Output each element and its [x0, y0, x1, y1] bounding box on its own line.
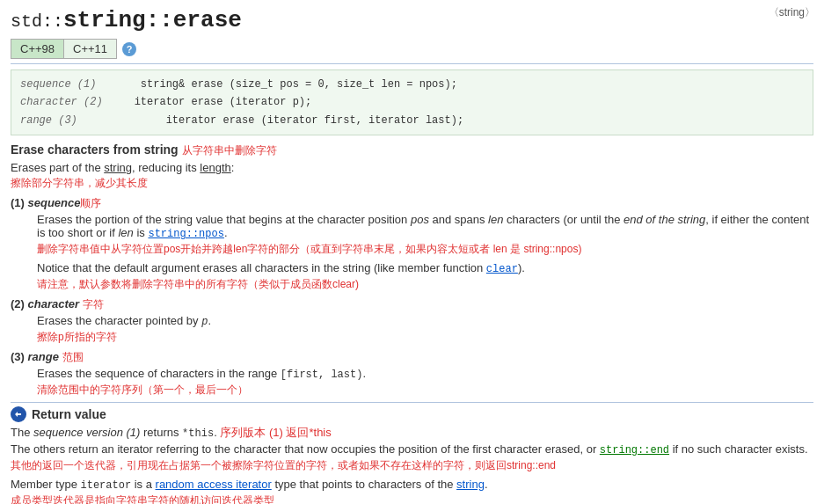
seq-content: Erases the portion of the string value t…: [11, 213, 813, 292]
len-term: len: [488, 213, 503, 226]
iterator-type: iterator: [80, 479, 131, 492]
overload-3-name: range (3): [20, 114, 77, 127]
length-link[interactable]: length: [200, 161, 230, 174]
range-title-en: range: [28, 350, 59, 363]
range-code: [first, last): [281, 369, 363, 381]
char-content: Erases the character pointed by p. 擦除p所指…: [11, 314, 813, 345]
range-desc1: Erases the sequence of characters in the…: [37, 367, 813, 381]
overload-1-sig: string& erase (size_t pos = 0, size_t le…: [141, 78, 457, 91]
random-access-link[interactable]: random access iterator: [156, 478, 272, 491]
code-block: sequence (1) string& erase (size_t pos =…: [11, 69, 813, 135]
return-section: Return value The sequence version (1) re…: [11, 402, 813, 504]
return-desc3-cn: 成员类型迭代器是指向字符串字符的随机访问迭代器类型: [11, 493, 813, 504]
string-end-link[interactable]: string::end: [600, 444, 669, 457]
return-title-text: Return value: [32, 407, 106, 421]
seq-desc1: Erases the portion of the string value t…: [37, 213, 813, 240]
range-title-cn: 范围: [62, 351, 84, 363]
string-link[interactable]: string: [104, 161, 132, 174]
return-desc2-cn: 其他的返回一个迭代器，引用现在占据第一个被擦除字符位置的字符，或者如果不存在这样…: [11, 458, 813, 473]
return-desc1: The sequence version (1) returns *this. …: [11, 425, 813, 441]
seq-desc2-cn: 请注意，默认参数将删除字符串中的所有字符（类似于成员函数clear): [37, 277, 813, 292]
seq-ref: sequence version (1): [33, 426, 140, 439]
range-desc1-cn: 清除范围中的字符序列（第一个，最后一个）: [37, 383, 813, 398]
namespace-badge: 〈string〉: [769, 5, 815, 20]
tab-cpp11[interactable]: C++11: [64, 39, 117, 59]
version-tabs: C++98 C++11 ?: [11, 39, 813, 59]
page-title: std::string::erase: [11, 7, 813, 33]
erase-section-title: Erase characters from string 从字符串中删除字符: [11, 142, 813, 158]
char-desc1-cn: 擦除p所指的字符: [37, 330, 813, 345]
seq-title: (1) sequence顺序: [11, 196, 813, 211]
return-svg-icon: [13, 409, 24, 420]
overload-2-sig: iterator erase (iterator p);: [135, 96, 312, 108]
namespace-prefix: std::: [11, 11, 63, 32]
range-title: (3) range 范围: [11, 350, 813, 365]
return-icon: [11, 406, 26, 422]
pos-term: pos: [411, 213, 429, 226]
string-type-link[interactable]: string: [456, 478, 485, 491]
overload-3-sig: iterator erase (iterator first, iterator…: [166, 114, 463, 127]
erase-desc-cn: 擦除部分字符串，减少其长度: [11, 176, 813, 191]
return-desc2: The others return an iterator referring …: [11, 442, 813, 457]
return-desc3: Member type iterator is a random access …: [11, 478, 813, 492]
eof-term: end of the string: [623, 213, 705, 226]
len-term2: len: [118, 226, 133, 239]
return-desc1-cn: 序列版本 (1) 返回*this: [220, 426, 331, 439]
overload-1-name: sequence (1): [20, 78, 96, 91]
p-term: p: [201, 316, 208, 328]
help-icon[interactable]: ?: [122, 42, 136, 56]
char-title-cn: 字符: [83, 298, 104, 310]
method-name: erase: [173, 7, 242, 33]
overload-2: character (2) iterator erase (iterator p…: [20, 93, 804, 111]
clear-link[interactable]: clear: [486, 263, 518, 275]
erase-title-en: Erase characters from string: [11, 142, 179, 157]
npos-link[interactable]: string::npos: [148, 228, 223, 240]
seq-desc2: Notice that the default argument erases …: [37, 261, 813, 275]
overload-3: range (3) iterator erase (iterator first…: [20, 112, 804, 129]
class-prefix: string::: [63, 7, 173, 33]
erase-title-cn: 从字符串中删除字符: [182, 144, 277, 157]
seq-title-cn: 顺序: [80, 197, 101, 209]
erase-desc: Erases part of the string, reducing its …: [11, 161, 813, 174]
tab-cpp98[interactable]: C++98: [11, 39, 64, 59]
seq-desc1-cn: 删除字符串值中从字符位置pos开始并跨越len字符的部分（或直到字符串末尾，如果…: [37, 242, 813, 257]
char-desc1: Erases the character pointed by p.: [37, 314, 813, 328]
char-title: (2) character 字符: [11, 297, 813, 312]
range-content: Erases the sequence of characters in the…: [11, 367, 813, 398]
divider-top: [11, 63, 813, 64]
return-title: Return value: [11, 406, 813, 422]
main-content: Erase characters from string 从字符串中删除字符 E…: [11, 142, 813, 504]
overload-2-name: character (2): [20, 96, 103, 108]
this-code: *this: [182, 427, 214, 440]
char-title-en: character: [28, 297, 80, 310]
seq-title-en: (1) sequence: [11, 196, 80, 209]
overload-1: sequence (1) string& erase (size_t pos =…: [20, 76, 804, 93]
